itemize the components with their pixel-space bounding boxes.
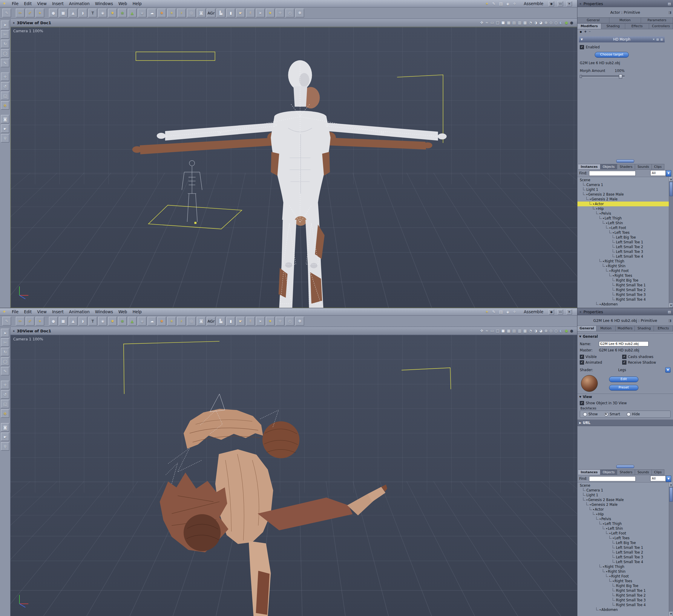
panel-detach-icon[interactable]: ◨ — [669, 319, 672, 322]
target-icon[interactable]: ⊕ — [544, 21, 547, 25]
camera-tool-icon[interactable]: ◙ — [1, 115, 9, 123]
magic-wand-icon[interactable]: ✦ — [35, 317, 44, 325]
zoom-tool-icon[interactable]: ⚲ — [1, 442, 9, 450]
scroll-thumb[interactable] — [669, 487, 673, 502]
tree-row[interactable]: ▾Hip — [578, 206, 673, 211]
half-sphere-icon[interactable]: ◐ — [560, 21, 563, 25]
scroll-up-button[interactable]: ▲ — [669, 177, 673, 182]
pen-tool-icon[interactable]: ✎ — [1, 59, 9, 67]
browser-tab[interactable]: Objects — [601, 470, 618, 475]
tree-row[interactable]: ▾Left Small Toe 3 — [578, 249, 673, 254]
rock-icon[interactable]: ◆ — [138, 317, 146, 325]
render-room-icon[interactable]: ✎ — [492, 1, 495, 6]
tree-expander-icon[interactable]: ▾ — [600, 212, 601, 215]
tree-expander-icon[interactable]: ▾ — [590, 504, 591, 506]
tree-row[interactable]: ▾Left Small Toe 4 — [578, 560, 673, 564]
tree-expander-icon[interactable]: ▾ — [603, 566, 604, 568]
tree-row[interactable]: ▾Left Toes — [578, 230, 673, 235]
tree-expander-icon[interactable]: ▾ — [606, 570, 607, 573]
grid-mode-1-icon[interactable]: ▦ — [507, 329, 510, 333]
dark-sphere-icon[interactable]: ● — [570, 329, 573, 333]
rotate-tool-icon[interactable]: ↺ — [1, 82, 9, 90]
green-sphere-icon[interactable]: ● — [565, 329, 568, 333]
hand2-icon[interactable]: ✌ — [246, 317, 255, 325]
tree-row[interactable]: ▾Scene — [578, 483, 673, 488]
cube-primitive-icon[interactable]: ■ — [59, 317, 67, 325]
universal-manip-icon[interactable]: ✥ — [1, 409, 9, 418]
graph-icon[interactable]: AGr — [207, 317, 215, 325]
cone-primitive-icon[interactable]: ▲ — [69, 9, 77, 17]
tree-row[interactable]: ▾Left Small Toe 2 — [578, 245, 673, 249]
browser-tab[interactable]: Sounds — [635, 164, 652, 170]
grid-mode-3-icon[interactable]: ▥ — [518, 329, 521, 333]
dropdown-arrow-icon[interactable]: ▼ — [666, 170, 671, 177]
slider-thumb[interactable] — [619, 74, 622, 78]
cursor-icon[interactable]: ➤ — [256, 317, 265, 325]
tree-row[interactable]: ▾Left Big Toe — [578, 235, 673, 240]
sphere-primitive-icon[interactable]: ● — [49, 9, 58, 17]
tree-row[interactable]: ▾Genesis 2 Base Male — [578, 498, 673, 502]
wrench-pen-icon[interactable]: ✎ — [2, 317, 11, 325]
filter-dropdown[interactable]: All ▼ — [650, 170, 671, 177]
shade-low-icon[interactable]: ◔ — [529, 329, 532, 333]
universal-manip-icon[interactable]: ✥ — [1, 101, 9, 109]
shade-mid-icon[interactable]: ◑ — [534, 21, 537, 25]
tree-row[interactable]: ▾Left Thigh — [578, 216, 673, 221]
menu-item[interactable]: Insert — [49, 309, 66, 314]
menu-item[interactable]: Windows — [92, 309, 116, 314]
general-section-header[interactable]: ▼ General — [578, 333, 673, 339]
tree-row[interactable]: ▾Left Big Toe — [578, 541, 673, 545]
wire-mode-icon[interactable]: □ — [496, 21, 499, 25]
tree-row[interactable]: ▾Hip — [578, 512, 673, 517]
bank-icon[interactable]: ≈ — [485, 329, 488, 333]
cylinder-primitive-icon[interactable]: ◗ — [78, 9, 87, 17]
properties-header[interactable]: ◆ Properties ▤ — [578, 0, 673, 7]
sphere-primitive-icon[interactable]: ● — [49, 317, 58, 325]
tree-row[interactable]: ▾Right Foot — [578, 574, 673, 579]
viewport-canvas[interactable]: Camera 1 100% — [10, 27, 578, 308]
lasso-tool-icon[interactable]: ✄ — [1, 338, 9, 347]
grid-mode-4-icon[interactable]: ▩ — [523, 21, 527, 25]
menu-item[interactable]: View — [34, 309, 49, 314]
tree-row[interactable]: ▾Right Small Toe 3 — [578, 292, 673, 297]
camera-tool-icon[interactable]: ◙ — [1, 423, 9, 431]
tree-expander-icon[interactable]: ▾ — [613, 274, 614, 277]
sun-light-icon[interactable]: ☀ — [167, 9, 176, 17]
tree-row[interactable]: ▾Pelvis — [578, 211, 673, 216]
cylinder-primitive-icon[interactable]: ◗ — [78, 317, 87, 325]
half-sphere-icon[interactable]: ◐ — [560, 329, 563, 333]
circle-icon[interactable]: ○ — [554, 329, 557, 333]
camera-object-icon[interactable]: ◙ — [197, 9, 206, 17]
scene-wizard-icon[interactable]: ✦ — [485, 310, 489, 314]
tree-row[interactable]: ▾Right Toes — [578, 579, 673, 583]
wand2-icon[interactable]: ✽ — [295, 317, 304, 325]
menu-item[interactable]: Windows — [92, 1, 116, 6]
tree-row[interactable]: ▾Right Big Toe — [578, 278, 673, 283]
tree-expander-icon[interactable]: ▾ — [587, 499, 588, 501]
property-tab[interactable]: Motion — [597, 325, 616, 331]
choose-target-button[interactable]: Choose target — [595, 52, 629, 58]
tree-row[interactable]: ▾Right Small Toe 1 — [578, 588, 673, 593]
property-tab[interactable]: Shading — [635, 325, 654, 331]
browser-tab[interactable]: Clips — [652, 164, 664, 170]
tree-row[interactable]: ▾Camera 1 — [578, 183, 673, 187]
tree-row[interactable]: ▾Actor — [578, 507, 673, 512]
graph-icon[interactable]: AGr — [207, 9, 215, 17]
grid-mode-2-icon[interactable]: ▤ — [512, 21, 515, 25]
tree-expander-icon[interactable]: ▾ — [603, 523, 604, 525]
properties-header[interactable]: ◆ Properties ▤ — [578, 308, 673, 315]
zoom-tool-icon[interactable]: ⚲ — [1, 134, 9, 142]
orbit-tool-icon[interactable]: ↻ — [1, 348, 9, 356]
modifier-collapse-icon[interactable]: ▤ — [656, 38, 659, 41]
tree-row[interactable]: ▾Left Shin — [578, 221, 673, 226]
tree-expander-icon[interactable]: ▾ — [603, 217, 604, 220]
tree-expander-icon[interactable]: ▾ — [613, 231, 614, 234]
find-input[interactable] — [589, 476, 636, 481]
eye-button[interactable]: ◉ — [549, 1, 554, 6]
tree-row[interactable]: ▾Light 1 — [578, 493, 673, 498]
terrain-icon[interactable]: ▲ — [128, 9, 137, 17]
spline-tool-icon[interactable]: ✑ — [16, 9, 24, 17]
clock-icon[interactable]: ◴ — [285, 317, 294, 325]
menu-item[interactable]: Edit — [21, 309, 34, 314]
panel-menu-icon[interactable]: ▤ — [668, 310, 671, 314]
